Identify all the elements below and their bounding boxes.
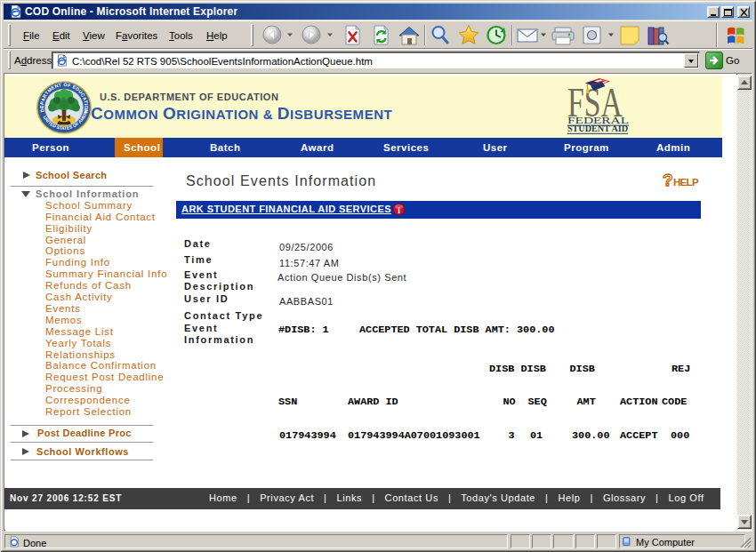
svg-text:i: i	[398, 206, 400, 215]
svg-text:STUDENT AID: STUDENT AID	[567, 124, 628, 133]
